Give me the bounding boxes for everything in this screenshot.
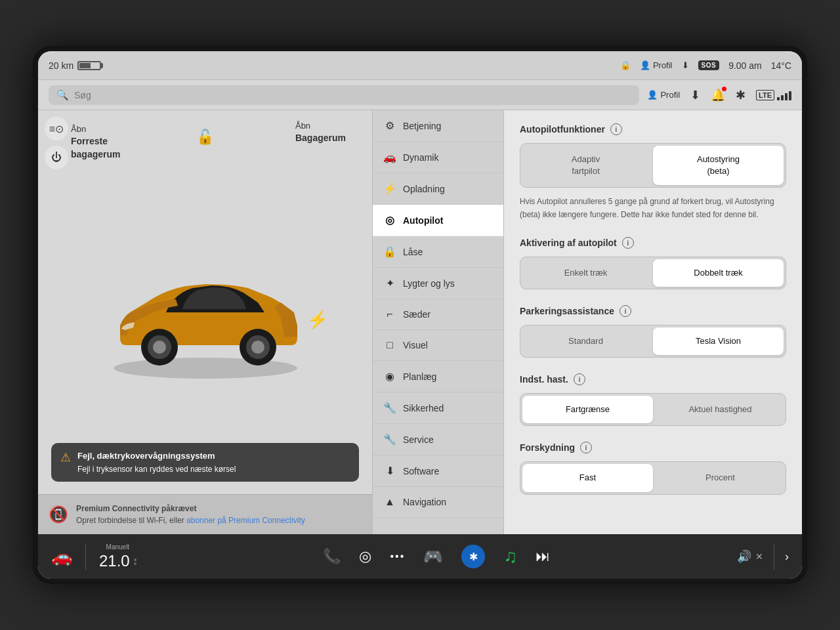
person-icon: 👤 bbox=[640, 60, 650, 70]
sikkerhed-icon: 🔧 bbox=[383, 402, 396, 414]
parking-info-icon[interactable]: i bbox=[620, 305, 631, 317]
front-trunk-name: Forrestebagagerum bbox=[71, 135, 120, 161]
media-next-icon[interactable]: ⏭ bbox=[536, 548, 550, 565]
menu-item-autopilot[interactable]: ◎ Autopilot bbox=[373, 205, 503, 236]
location-icon[interactable]: ◎ bbox=[359, 548, 371, 565]
autopilot-functions-label: Autopilotfunktioner bbox=[520, 124, 605, 135]
more-icon[interactable]: ••• bbox=[390, 551, 405, 562]
lte-signal: LTE bbox=[756, 90, 791, 100]
search-input[interactable] bbox=[74, 90, 631, 100]
menu-item-service[interactable]: 🔧 Service bbox=[373, 424, 503, 455]
download-btn[interactable]: ⬇ bbox=[682, 60, 689, 70]
double-pull-btn[interactable]: Dobbelt træk bbox=[653, 259, 784, 287]
menu-item-laase[interactable]: 🔒 Låse bbox=[373, 236, 503, 268]
bluetooth-icon-search[interactable]: ✱ bbox=[736, 88, 746, 102]
tire-pressure-alert: ⚠ Fejl, dæktrykovervågningssystem Fejl i… bbox=[51, 443, 359, 482]
status-left: 20 km bbox=[49, 60, 101, 71]
adaptive-cruise-btn[interactable]: Adaptivfartpilot bbox=[520, 144, 651, 187]
profile-btn[interactable]: 👤 Profil bbox=[640, 60, 673, 70]
signal-bar-4 bbox=[789, 91, 791, 100]
menu-item-planlaeg[interactable]: ◉ Planlæg bbox=[373, 361, 503, 392]
sikkerhed-label: Sikkerhed bbox=[403, 403, 444, 413]
activation-info-icon[interactable]: i bbox=[622, 237, 634, 249]
lock-icon: 🔒 bbox=[620, 60, 631, 70]
parking-title: Parkeringsassistance i bbox=[520, 305, 786, 317]
battery-info: 20 km bbox=[49, 60, 101, 71]
lock-status-btn[interactable]: 🔒 bbox=[620, 60, 631, 70]
mute-icon: ✕ bbox=[755, 551, 763, 562]
offset-section: Forskydning i Fast Procent bbox=[520, 442, 786, 494]
single-pull-btn[interactable]: Enkelt træk bbox=[520, 257, 651, 289]
offset-info-icon[interactable]: i bbox=[580, 442, 592, 453]
menu-item-betjening[interactable]: ⚙ Betjening bbox=[373, 110, 503, 142]
fixed-btn[interactable]: Fast bbox=[522, 464, 653, 492]
profile-label: Profil bbox=[653, 60, 673, 70]
menu-item-saeder[interactable]: ⌐ Sæder bbox=[373, 299, 503, 330]
power-icon-btn[interactable]: ⏻ bbox=[45, 146, 68, 169]
parking-toggle: Standard Tesla Vision bbox=[520, 325, 786, 358]
autosteer-btn[interactable]: Autostyring(beta) bbox=[653, 146, 784, 185]
search-profile-btn[interactable]: 👤 Profil bbox=[647, 90, 680, 100]
divider-2 bbox=[774, 543, 774, 570]
menu-item-dynamik[interactable]: 🚗 Dynamik bbox=[373, 142, 503, 173]
percent-btn[interactable]: Procent bbox=[655, 462, 786, 494]
betjening-icon: ⚙ bbox=[383, 119, 396, 132]
search-input-area[interactable]: 🔍 bbox=[49, 85, 639, 105]
svg-text:⚡: ⚡ bbox=[307, 309, 329, 330]
battery-bar bbox=[77, 61, 101, 70]
speed-info-icon[interactable]: i bbox=[574, 373, 585, 385]
menu-icon-btn[interactable]: ≡⊙ bbox=[45, 117, 68, 140]
search-profile-label: Profil bbox=[660, 90, 680, 100]
alert-triangle-icon: ⚠ bbox=[60, 450, 71, 465]
front-trunk-open: Åbn bbox=[71, 124, 86, 134]
distance-label: 20 km bbox=[49, 60, 74, 71]
connectivity-link[interactable]: abonner på Premium Connectivity bbox=[186, 516, 305, 525]
front-trunk-label[interactable]: Åbn Forrestebagagerum bbox=[71, 123, 120, 161]
dynamik-label: Dynamik bbox=[403, 152, 438, 163]
activation-label: Aktivering af autopilot bbox=[520, 238, 617, 248]
sos-badge[interactable]: SOS bbox=[698, 60, 720, 70]
games-icon[interactable]: 🎮 bbox=[423, 547, 443, 566]
svg-point-6 bbox=[251, 341, 264, 354]
lygter-label: Lygter og lys bbox=[403, 278, 455, 289]
divider-1 bbox=[85, 543, 86, 570]
offset-title: Forskydning i bbox=[520, 442, 786, 453]
taskbar-car-icon[interactable]: 🚗 bbox=[51, 547, 72, 567]
autopilot-functions-info-icon[interactable]: i bbox=[610, 123, 622, 135]
menu-item-visuel[interactable]: □ Visuel bbox=[373, 330, 503, 361]
connectivity-text: Premium Connectivity påkrævet Opret forb… bbox=[76, 503, 305, 526]
service-label: Service bbox=[403, 434, 434, 445]
phone-icon[interactable]: 📞 bbox=[323, 548, 341, 565]
right-arrow-icon[interactable]: › bbox=[785, 550, 789, 564]
rear-trunk-label[interactable]: Åbn Bagagerum bbox=[295, 120, 346, 145]
menu-item-opladning[interactable]: ⚡ Opladning bbox=[373, 173, 503, 205]
visuel-icon: □ bbox=[383, 339, 396, 351]
dynamik-icon: 🚗 bbox=[383, 151, 396, 163]
settings-panel: Autopilotfunktioner i Adaptivfartpilot A… bbox=[504, 110, 802, 534]
menu-item-sikkerhed[interactable]: 🔧 Sikkerhed bbox=[373, 392, 503, 424]
laase-label: Låse bbox=[403, 247, 423, 257]
bluetooth-icon[interactable]: ✱ bbox=[461, 545, 485, 568]
signal-bars bbox=[777, 90, 791, 100]
speed-limit-btn[interactable]: Fartgrænse bbox=[522, 396, 653, 423]
temperature-display: 14°C bbox=[771, 60, 791, 71]
search-icon: 🔍 bbox=[56, 89, 69, 101]
car-view: Åbn Forrestebagagerum 🔓 Åbn Bagagerum bbox=[38, 110, 372, 494]
connectivity-title: Premium Connectivity påkrævet bbox=[76, 504, 196, 513]
speed-title: Indst. hast. i bbox=[520, 373, 786, 385]
menu-item-lygter[interactable]: ✦ Lygter og lys bbox=[373, 268, 503, 299]
volume-control[interactable]: 🔊 ✕ bbox=[737, 549, 763, 564]
search-download-icon[interactable]: ⬇ bbox=[690, 88, 700, 102]
spotify-icon[interactable]: ♫ bbox=[503, 546, 517, 567]
notification-bell[interactable]: 🔔 bbox=[711, 88, 725, 102]
menu-item-navigation[interactable]: ▲ Navigation bbox=[373, 487, 503, 518]
menu-item-software[interactable]: ⬇ Software bbox=[373, 455, 503, 487]
standard-btn[interactable]: Standard bbox=[520, 326, 651, 357]
current-speed-btn[interactable]: Aktuel hastighed bbox=[655, 394, 786, 425]
saeder-icon: ⌐ bbox=[383, 308, 396, 320]
parking-section: Parkeringsassistance i Standard Tesla Vi… bbox=[520, 305, 786, 358]
planlaeg-label: Planlæg bbox=[403, 371, 436, 382]
offset-toggle: Fast Procent bbox=[520, 461, 786, 494]
rear-trunk-name: Bagagerum bbox=[295, 132, 346, 145]
tesla-vision-btn[interactable]: Tesla Vision bbox=[653, 327, 784, 355]
